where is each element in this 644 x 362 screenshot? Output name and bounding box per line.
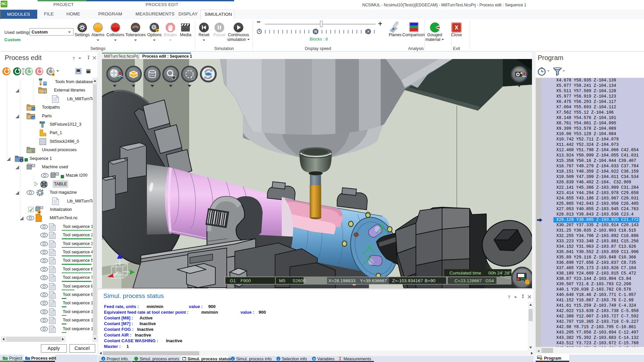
svg-text:X: X xyxy=(455,25,459,31)
svg-text:M5: M5 xyxy=(279,278,285,283)
svg-text:C=23.128667: C=23.128667 xyxy=(454,278,482,283)
svg-text:B=90: B=90 xyxy=(425,278,435,283)
svg-text:S2600: S2600 xyxy=(292,278,306,283)
svg-text:Y=39.636667: Y=39.636667 xyxy=(360,278,387,283)
svg-text:S: S xyxy=(20,159,22,162)
svg-text:F900: F900 xyxy=(240,278,251,283)
svg-text:Z=-103.934167: Z=-103.934167 xyxy=(392,278,423,283)
svg-text:00h 24' 28": 00h 24' 28" xyxy=(488,270,511,276)
svg-text:✕: ✕ xyxy=(367,29,370,34)
svg-text:V: V xyxy=(313,357,315,361)
svg-text:N: N xyxy=(314,29,317,34)
svg-text:G54: G54 xyxy=(485,278,494,283)
svg-text:Cumulated time: Cumulated time xyxy=(449,270,481,276)
svg-text:G1: G1 xyxy=(230,278,236,283)
svg-text:TT: TT xyxy=(32,108,35,110)
svg-text:CAD: CAD xyxy=(31,117,35,119)
svg-text:X=28.198833: X=28.198833 xyxy=(328,278,356,283)
